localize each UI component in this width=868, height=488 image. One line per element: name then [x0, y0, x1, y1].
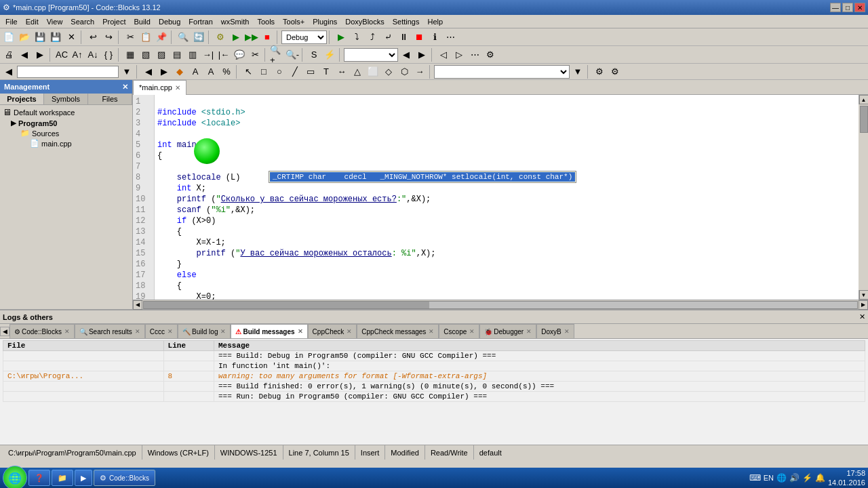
comment-button[interactable]: 💬 — [232, 47, 247, 62]
run-button[interactable]: ▶ — [229, 30, 243, 45]
find-button[interactable]: 🔍 — [176, 30, 191, 45]
toolbar2-back-button[interactable]: ◀ — [1, 64, 16, 79]
block-button[interactable]: ▤ — [170, 47, 184, 62]
taskbar-program-button[interactable]: ⚙ Code::Blocks — [94, 470, 155, 486]
build-config-select[interactable]: Debug Release — [281, 30, 327, 44]
build-button[interactable]: ⚙ — [213, 30, 228, 45]
sidebar-close-icon[interactable]: ✕ — [122, 83, 128, 92]
bottom-nav-prev[interactable]: ◀ — [0, 327, 9, 336]
copy-button[interactable]: 📋 — [138, 30, 153, 45]
rect-select-button[interactable]: ▨ — [154, 47, 169, 62]
new-file-button[interactable]: 📄 — [1, 30, 16, 45]
bottom-tab-cccc[interactable]: Cccc ✕ — [145, 324, 178, 339]
taskbar-folder-button[interactable]: 📁 — [52, 470, 73, 486]
bottom-panel-close-icon[interactable]: ✕ — [859, 312, 865, 321]
print-button[interactable]: 🖨 — [1, 47, 16, 62]
bottom-tab-buildlog[interactable]: 🔨 Build log ✕ — [178, 324, 231, 339]
sidebar-project[interactable]: ▶ Program50 — [1, 118, 131, 128]
toolbar2-mark-button[interactable]: ◆ — [172, 64, 187, 79]
debug-step-button[interactable]: ⤵ — [349, 30, 364, 45]
buildmsg-tab-close[interactable]: ✕ — [298, 328, 303, 335]
toolbar2-rect-button[interactable]: ⬜ — [366, 64, 380, 79]
scroll-left-button[interactable]: ◀ — [133, 300, 142, 310]
sidebar-file[interactable]: 📄 main.cpp — [1, 138, 131, 148]
menu-edit[interactable]: Edit — [22, 16, 43, 27]
toolbar2-connect-button[interactable]: ↔ — [334, 64, 349, 79]
minimize-button[interactable]: — — [830, 3, 841, 12]
toolbar2-config-select[interactable] — [434, 65, 570, 79]
toolbar2-line-button[interactable]: ╱ — [288, 64, 302, 79]
block2-button[interactable]: ▥ — [185, 47, 200, 62]
debug-stop-button[interactable]: ⏹ — [412, 30, 427, 45]
buildlog-tab-close[interactable]: ✕ — [220, 328, 226, 335]
debug-more-button[interactable]: ⋯ — [443, 30, 458, 45]
save-button[interactable]: 💾 — [33, 30, 47, 45]
toolbar2-flow-button[interactable]: ⬡ — [397, 64, 412, 79]
stop-button[interactable]: ■ — [260, 30, 275, 45]
format-button[interactable]: A↑ — [70, 47, 85, 62]
cut-button[interactable]: ✂ — [123, 30, 138, 45]
jump-next-button[interactable]: ▶ — [414, 47, 429, 62]
match-brace-button[interactable]: { } — [101, 47, 116, 62]
sidebar-sources[interactable]: 📁 Sources — [1, 128, 131, 138]
scroll-down-button[interactable]: ▼ — [859, 290, 869, 300]
unindent-button[interactable]: |← — [216, 47, 231, 62]
menu-help[interactable]: Help — [423, 16, 447, 27]
toolbar2-box-button[interactable]: ▭ — [303, 64, 318, 79]
debug-out-button[interactable]: ⤶ — [380, 30, 395, 45]
menu-settings[interactable]: Settings — [389, 16, 424, 27]
autocomplete-item[interactable]: _CRTIMP char cdecl _MINGW_NOTHROW* setlo… — [270, 172, 575, 182]
code-complete-button[interactable]: AC — [54, 47, 69, 62]
toolbar2-dropdown-button[interactable]: ▼ — [119, 64, 134, 79]
menu-view[interactable]: View — [43, 16, 67, 27]
toolbar2-draw-button[interactable]: □ — [256, 64, 271, 79]
cppcheckmsg-tab-close[interactable]: ✕ — [429, 328, 434, 335]
zoom-in-button[interactable]: 🔍+ — [269, 47, 284, 62]
undo-button[interactable]: ↩ — [85, 30, 100, 45]
toolbar2-extra-button[interactable]: ⚙ — [608, 64, 623, 79]
toolbar2-circle-button[interactable]: ○ — [272, 64, 287, 79]
toolbar2-dropdown2-button[interactable]: ▼ — [570, 64, 585, 79]
toolbar2-font-button[interactable]: A — [188, 64, 203, 79]
jump-prev-button[interactable]: ◀ — [399, 47, 414, 62]
jump-select[interactable] — [344, 48, 398, 62]
indent-button[interactable]: →| — [201, 47, 216, 62]
bottom-tab-codeblocks[interactable]: ⚙ Code::Blocks ✕ — [9, 324, 75, 339]
doxy-settings-button[interactable]: ⚙ — [483, 47, 498, 62]
bottom-tab-cscope[interactable]: Cscope ✕ — [439, 324, 479, 339]
macro-button[interactable]: ⚡ — [322, 47, 337, 62]
editor-scrollbar-horizontal[interactable]: ◀ ▶ — [133, 300, 868, 309]
sidebar-tab-files[interactable]: Files — [88, 94, 132, 104]
menu-build[interactable]: Build — [130, 16, 154, 27]
scroll-thumb[interactable] — [860, 106, 868, 133]
bookmark-next-button[interactable]: ▶ — [33, 47, 47, 62]
save-all-button[interactable]: 💾 — [48, 30, 63, 45]
doxyb-tab-close[interactable]: ✕ — [564, 328, 570, 335]
taskbar-help-button[interactable]: ❓ — [28, 470, 50, 486]
open-button[interactable]: 📂 — [17, 30, 32, 45]
toolbar2-settings-button[interactable]: ⚙ — [592, 64, 607, 79]
start-button[interactable]: 🌐 — [3, 466, 27, 488]
editor-scrollbar-vertical[interactable]: ▲ ▼ — [859, 95, 868, 300]
spell-button[interactable]: S — [307, 47, 321, 62]
toolbar2-percent-button[interactable]: % — [219, 64, 234, 79]
sidebar-workspace[interactable]: 🖥 Default workspace — [1, 106, 131, 118]
close-file-button[interactable]: ✕ — [64, 30, 79, 45]
cppcheck-tab-close[interactable]: ✕ — [347, 328, 352, 335]
maximize-button[interactable]: □ — [842, 3, 853, 12]
doxy-more-button[interactable]: ⋯ — [467, 47, 482, 62]
menu-project[interactable]: Project — [98, 16, 130, 27]
menu-fortran[interactable]: Fortran — [184, 16, 216, 27]
debug-over-button[interactable]: ⤴ — [365, 30, 380, 45]
cccc-tab-close[interactable]: ✕ — [167, 328, 173, 335]
toolbar2-diamond-button[interactable]: ◇ — [381, 64, 396, 79]
bottom-tab-cppcheck[interactable]: CppCheck ✕ — [308, 324, 357, 339]
search-tab-close[interactable]: ✕ — [135, 328, 140, 335]
menu-wxsmith[interactable]: wxSmith — [217, 16, 254, 27]
redo-button[interactable]: ↪ — [101, 30, 116, 45]
zoom-out-button[interactable]: 🔍- — [285, 47, 300, 62]
replace-button[interactable]: 🔄 — [191, 30, 206, 45]
taskbar-media-button[interactable]: ▶ — [75, 470, 92, 486]
bottom-tab-buildmsg[interactable]: ⚠ Build messages ✕ — [231, 324, 307, 339]
bottom-tab-debugger[interactable]: 🐞 Debugger ✕ — [479, 324, 536, 339]
